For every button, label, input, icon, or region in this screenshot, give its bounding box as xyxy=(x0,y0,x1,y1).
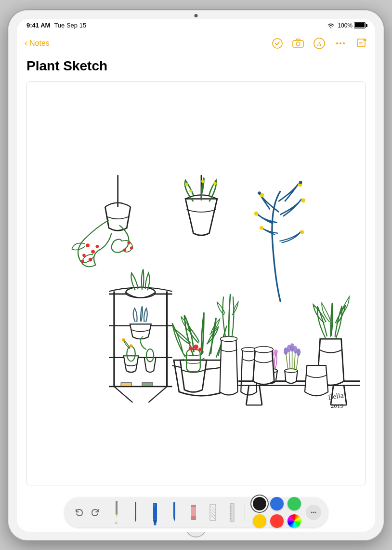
svg-point-31 xyxy=(258,191,261,195)
svg-point-28 xyxy=(301,198,305,202)
color-black[interactable] xyxy=(253,497,266,510)
color-rows xyxy=(253,497,301,528)
svg-point-21 xyxy=(185,183,188,186)
svg-point-16 xyxy=(89,257,92,261)
svg-rect-72 xyxy=(173,502,175,518)
svg-point-15 xyxy=(81,259,84,263)
camera-dot xyxy=(195,14,198,17)
svg-rect-40 xyxy=(121,382,131,387)
svg-point-5 xyxy=(336,42,338,44)
svg-point-6 xyxy=(340,42,341,44)
svg-rect-41 xyxy=(142,382,153,387)
sketch-drawing[interactable]: Bella 2019 xyxy=(27,82,365,485)
ruler-tool[interactable] xyxy=(223,500,241,525)
svg-rect-8 xyxy=(357,39,365,47)
svg-rect-75 xyxy=(191,516,196,520)
svg-point-32 xyxy=(299,181,302,184)
hatch-tool[interactable] xyxy=(204,500,222,525)
content-area: Plant Sketch xyxy=(17,54,375,493)
svg-point-0 xyxy=(273,39,282,48)
redo-button[interactable] xyxy=(88,505,103,520)
svg-point-24 xyxy=(189,189,192,192)
svg-point-43 xyxy=(189,346,193,350)
color-section xyxy=(253,497,321,528)
more-button[interactable] xyxy=(335,38,346,49)
ipad-frame: 9:41 AM Tue Sep 15 100% xyxy=(8,10,384,540)
page-title: Plant Sketch xyxy=(26,58,366,74)
svg-point-44 xyxy=(194,344,198,349)
color-red[interactable] xyxy=(270,514,284,528)
compose-button[interactable] xyxy=(356,38,367,49)
checklist-button[interactable] xyxy=(272,38,283,49)
svg-point-23 xyxy=(213,182,217,185)
color-blue[interactable] xyxy=(270,497,284,510)
ipad-screen: 9:41 AM Tue Sep 15 100% xyxy=(17,19,375,532)
svg-point-22 xyxy=(201,180,205,183)
camera-button[interactable] xyxy=(292,39,304,48)
svg-rect-69 xyxy=(154,504,155,507)
svg-point-12 xyxy=(91,250,95,254)
svg-marker-73 xyxy=(173,518,175,522)
svg-point-46 xyxy=(220,336,237,341)
svg-point-45 xyxy=(198,348,202,351)
svg-point-30 xyxy=(301,230,304,234)
battery-container: 100% xyxy=(338,22,366,29)
back-arrow-icon: ‹ xyxy=(25,38,27,48)
blue-pen-tool[interactable] xyxy=(166,500,183,525)
drawing-toolbar: A xyxy=(17,493,375,532)
eraser-tool[interactable] xyxy=(185,500,202,525)
more-colors-button[interactable] xyxy=(306,505,321,520)
back-button[interactable]: ‹ Notes xyxy=(25,38,50,48)
svg-marker-64 xyxy=(116,514,118,518)
battery-icon xyxy=(354,22,366,28)
nav-actions: A xyxy=(272,38,367,49)
svg-point-7 xyxy=(343,42,345,44)
svg-point-60 xyxy=(254,346,273,352)
svg-text:2019: 2019 xyxy=(331,402,344,409)
svg-point-90 xyxy=(313,511,314,513)
color-row-top xyxy=(253,497,301,510)
nav-bar: ‹ Notes xyxy=(17,32,375,54)
toolbar-separator xyxy=(245,504,245,521)
sketch-container[interactable]: Bella 2019 xyxy=(26,81,366,485)
svg-point-27 xyxy=(254,211,259,215)
svg-point-91 xyxy=(314,511,316,513)
svg-point-14 xyxy=(96,244,99,248)
svg-point-89 xyxy=(311,511,312,513)
svg-point-54 xyxy=(285,369,297,373)
svg-marker-67 xyxy=(135,518,136,522)
svg-point-19 xyxy=(123,248,127,252)
color-row-bottom xyxy=(253,514,301,528)
color-green[interactable] xyxy=(287,497,301,510)
pen-thin-tool[interactable] xyxy=(127,500,144,525)
svg-point-17 xyxy=(127,241,131,244)
svg-point-13 xyxy=(82,254,86,257)
svg-text:A: A xyxy=(317,40,322,47)
battery-fill xyxy=(355,23,365,27)
status-time: 9:41 AM xyxy=(26,22,50,29)
undo-button[interactable] xyxy=(71,505,87,520)
color-spectrum[interactable] xyxy=(287,514,301,528)
svg-rect-76 xyxy=(191,505,196,507)
wifi-icon xyxy=(327,23,335,28)
svg-rect-63 xyxy=(116,501,118,514)
svg-point-18 xyxy=(130,246,133,250)
svg-rect-66 xyxy=(135,502,136,518)
svg-rect-77 xyxy=(210,504,216,521)
undo-redo-group xyxy=(71,505,103,520)
marker-tool[interactable] xyxy=(146,500,164,525)
status-right: 100% xyxy=(327,22,366,29)
battery-text: 100% xyxy=(338,22,353,29)
status-bar: 9:41 AM Tue Sep 15 100% xyxy=(17,19,375,32)
toolbar-pill: A xyxy=(65,497,328,527)
svg-point-37 xyxy=(130,344,133,348)
back-label: Notes xyxy=(29,39,50,48)
status-date: Tue Sep 15 xyxy=(54,22,86,29)
svg-point-11 xyxy=(86,243,90,247)
svg-point-2 xyxy=(296,42,300,46)
color-yellow[interactable] xyxy=(253,514,266,528)
svg-rect-1 xyxy=(293,40,303,47)
svg-point-38 xyxy=(122,338,125,342)
markup-button[interactable]: A xyxy=(314,38,325,49)
pencil-tool[interactable]: A xyxy=(108,500,125,525)
